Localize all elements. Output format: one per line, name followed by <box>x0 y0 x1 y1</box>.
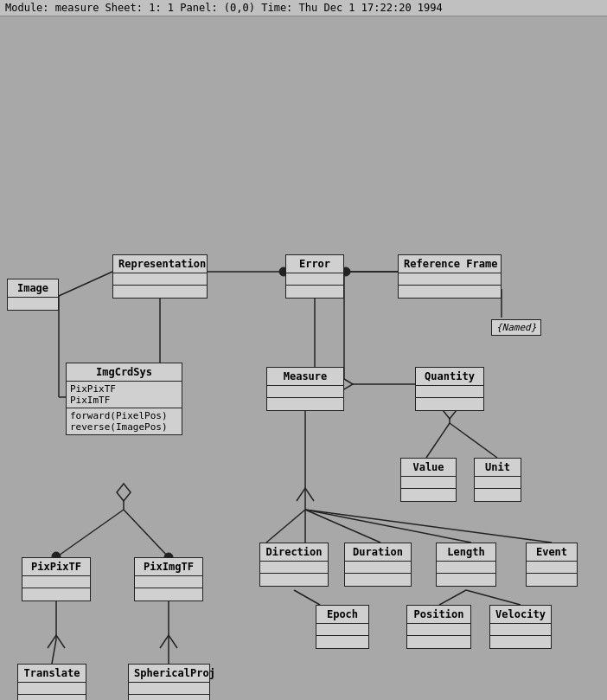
duration-box: Duration <box>344 543 412 587</box>
svg-line-0 <box>59 272 112 296</box>
top-bar-text: Module: measure Sheet: 1: 1 Panel: (0,0)… <box>5 2 443 14</box>
epoch-box: Epoch <box>316 605 369 649</box>
representation-box: Representation <box>112 254 208 299</box>
svg-line-27 <box>294 590 320 605</box>
direction-box: Direction <box>259 543 329 587</box>
position-box: Position <box>406 605 471 649</box>
length-box: Length <box>436 543 496 587</box>
length-label: Length <box>437 543 495 562</box>
pixpixtf-box: PixPixTF <box>22 557 91 601</box>
svg-marker-31 <box>117 484 131 501</box>
svg-line-29 <box>466 590 521 605</box>
top-bar: Module: measure Sheet: 1: 1 Panel: (0,0)… <box>0 0 607 16</box>
svg-line-25 <box>305 510 471 543</box>
piximgtf-box: PixImgTF <box>134 557 203 601</box>
measure-box: Measure <box>266 367 344 411</box>
piximgtf-label: PixImgTF <box>135 558 202 576</box>
connections-layer <box>0 16 607 700</box>
representation-label: Representation <box>113 255 207 273</box>
reference-frame-label: Reference Frame <box>399 255 501 273</box>
image-label: Image <box>8 279 58 298</box>
value-label: Value <box>401 459 456 477</box>
svg-line-22 <box>266 510 305 543</box>
quantity-box: Quantity <box>415 367 484 411</box>
svg-line-37 <box>52 639 56 664</box>
svg-line-19 <box>450 423 497 458</box>
translate-label: Translate <box>18 665 86 683</box>
svg-line-32 <box>56 510 124 557</box>
imgcrdsys-attrs: PixPixTF PixImTF <box>67 382 182 408</box>
imgcrdsys-label: ImgCrdSys <box>67 363 182 382</box>
velocity-box: Velocity <box>489 605 552 649</box>
translate-box: Translate <box>17 664 86 700</box>
unit-box: Unit <box>474 458 521 502</box>
event-label: Event <box>527 543 577 562</box>
svg-line-18 <box>426 423 450 458</box>
position-label: Position <box>407 606 470 624</box>
value-box: Value <box>400 458 457 502</box>
velocity-label: Velocity <box>490 606 551 624</box>
unit-label: Unit <box>475 459 521 477</box>
imgcrdsys-attr2: PixImTF <box>70 395 178 406</box>
duration-label: Duration <box>345 543 411 562</box>
error-label: Error <box>286 255 343 273</box>
quantity-label: Quantity <box>416 368 483 386</box>
named-constraint: {Named} <box>491 319 541 336</box>
imgcrdsys-method1: forward(PixelPos) <box>70 410 178 421</box>
imgcrdsys-attr1: PixPixTF <box>70 383 178 395</box>
svg-line-33 <box>124 510 169 557</box>
svg-line-24 <box>305 510 380 543</box>
imgcrdsys-methods: forward(PixelPos) reverse(ImagePos) <box>67 408 182 434</box>
imgcrdsys-box: ImgCrdSys PixPixTF PixImTF forward(Pixel… <box>66 363 182 435</box>
image-box: Image <box>7 279 59 311</box>
reference-frame-box: Reference Frame <box>398 254 502 299</box>
diagram-area: Image Representation Error Reference Fra… <box>0 16 607 700</box>
sphericalproj-label: SphericalProj <box>129 665 209 683</box>
event-box: Event <box>526 543 578 587</box>
epoch-label: Epoch <box>316 606 368 624</box>
named-text: {Named} <box>496 322 536 333</box>
pixpixtf-label: PixPixTF <box>22 558 90 576</box>
svg-line-26 <box>305 510 552 543</box>
direction-label: Direction <box>260 543 328 562</box>
error-box: Error <box>285 254 344 299</box>
imgcrdsys-method2: reverse(ImagePos) <box>70 421 178 433</box>
measure-label: Measure <box>267 368 343 386</box>
sphericalproj-box: SphericalProj <box>128 664 210 700</box>
svg-line-28 <box>439 590 466 605</box>
